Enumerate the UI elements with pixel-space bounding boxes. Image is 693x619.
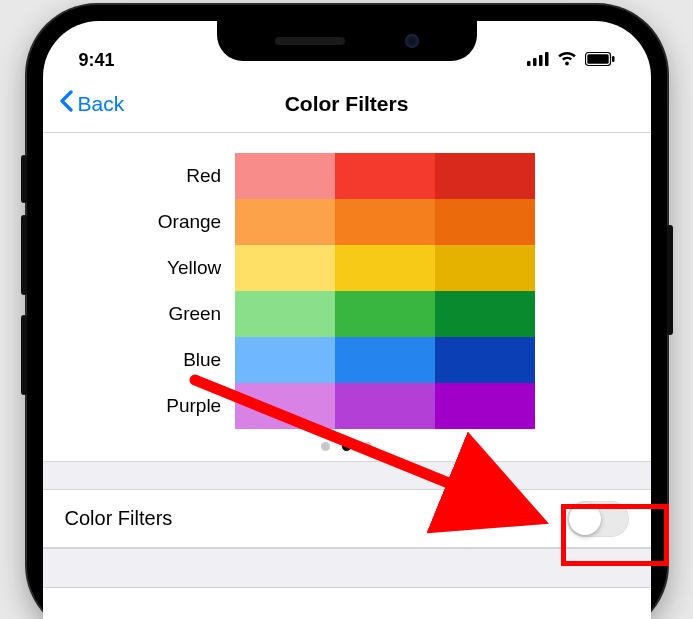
cellular-icon [527,50,549,71]
notch [217,21,477,61]
section-gap [43,462,651,490]
page-dot [363,442,372,451]
setting-label: Color Filters [65,507,173,530]
swatch-cell [435,153,535,199]
swatch-cell [335,383,435,429]
svg-rect-0 [527,61,531,66]
swatch-cell [335,245,435,291]
swatch-label: Yellow [158,245,221,291]
toggle-knob [569,503,601,535]
svg-rect-3 [545,52,549,66]
page-title: Color Filters [43,92,651,116]
battery-icon [585,50,615,71]
side-button [21,155,27,203]
swatch-cell [335,337,435,383]
swatch-grid [235,153,535,429]
svg-rect-6 [612,56,615,62]
swatch-cell [435,337,535,383]
swatch-labels: RedOrangeYellowGreenBluePurple [158,153,221,429]
volume-down-button [21,315,27,395]
swatch-cell [235,383,335,429]
swatch-cell [235,337,335,383]
swatch-cell [335,199,435,245]
page-dot [321,442,330,451]
chevron-left-icon [59,90,74,117]
nav-bar: Back Color Filters [43,75,651,133]
svg-rect-2 [539,55,543,66]
section-gap [43,548,651,588]
wifi-icon [556,50,578,71]
status-time: 9:41 [79,50,115,71]
swatch-cell [335,291,435,337]
swatch-label: Orange [158,199,221,245]
speaker [275,37,345,45]
page-dot [342,442,351,451]
swatch-label: Purple [158,383,221,429]
swatch-label: Green [158,291,221,337]
front-camera [405,34,419,48]
swatch-cell [235,245,335,291]
back-button[interactable]: Back [59,90,125,117]
svg-rect-5 [587,54,608,63]
screen: 9:41 Back Color Filters [43,21,651,619]
phone-frame: 9:41 Back Color Filters [27,5,667,619]
color-swatch-preview[interactable]: RedOrangeYellowGreenBluePurple [43,133,651,462]
swatch-cell [235,199,335,245]
swatch-cell [435,199,535,245]
volume-up-button [21,215,27,295]
swatch-cell [335,153,435,199]
svg-rect-1 [533,58,537,66]
swatch-label: Red [158,153,221,199]
swatch-cell [235,291,335,337]
color-filters-row: Color Filters [43,490,651,548]
back-label: Back [78,92,125,116]
swatch-cell [435,291,535,337]
swatch-cell [435,245,535,291]
swatch-label: Blue [158,337,221,383]
color-filters-toggle[interactable] [567,501,629,537]
swatch-cell [235,153,335,199]
swatch-cell [435,383,535,429]
power-button [667,225,673,335]
page-indicator [43,442,651,451]
